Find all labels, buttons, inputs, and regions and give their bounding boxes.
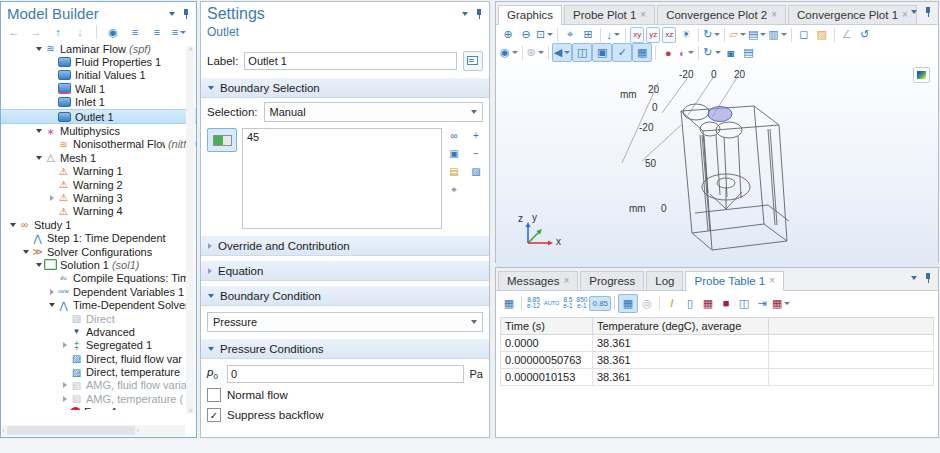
color-palette-button[interactable]: ◐	[677, 44, 695, 61]
view-frame-2-button[interactable]: ▣	[592, 43, 612, 62]
collapse-all-button[interactable]: ≡	[126, 24, 144, 41]
suppress-backflow-checkbox[interactable]: ✓	[207, 408, 221, 422]
scene-color-button[interactable]: ●	[659, 44, 677, 61]
close-icon[interactable]: ×	[771, 10, 777, 20]
view-check-button[interactable]: ✓	[612, 43, 632, 62]
tab-convergence-plot-1[interactable]: Convergence Plot 1×	[788, 5, 917, 24]
tab-convergence-plot-2[interactable]: Convergence Plot 2×	[657, 5, 786, 24]
close-icon[interactable]: ×	[769, 276, 775, 286]
print-button[interactable]: ▤	[740, 44, 758, 61]
view-grid-button[interactable]: ▦	[632, 43, 652, 62]
precision-0p85-button[interactable]: 0.85	[589, 296, 611, 311]
rename-button[interactable]	[463, 51, 483, 71]
tree-item-segregated-1[interactable]: ‡Segregated 1	[1, 339, 196, 352]
zoom-out-button[interactable]: ⊖	[517, 26, 535, 43]
add-to-selection-icon[interactable]: +	[469, 129, 483, 142]
activate-selection-icon[interactable]: ▨	[469, 165, 483, 178]
panel-menu-icon[interactable]	[911, 10, 917, 14]
plot-color-button[interactable]: ■	[717, 295, 735, 312]
precision-8p5e-1-button[interactable]: 8.5 e-1	[561, 297, 574, 310]
show-options-button[interactable]: ◉	[104, 24, 122, 41]
tree-item-amg-fluid-flow[interactable]: ▧AMG, fluid flow varia	[1, 379, 196, 392]
pressure-conditions-section-header[interactable]: Pressure Conditions	[201, 338, 489, 359]
snapshot-camera-button[interactable]: ◙	[722, 44, 740, 61]
create-selection-icon[interactable]: ∞	[447, 129, 461, 142]
zoom-extents-button[interactable]: ⊞	[579, 26, 597, 43]
pin-icon[interactable]	[475, 8, 483, 19]
view-frame-button[interactable]: ◫	[572, 43, 592, 62]
boundary-selection-section-header[interactable]: Boundary Selection	[201, 77, 489, 98]
precision-8p85e-12-button[interactable]: 8.85 e-12	[525, 297, 542, 310]
boundary-condition-section-header[interactable]: Boundary Condition	[201, 285, 489, 306]
go-to-default-view-button[interactable]: ⌖	[561, 26, 579, 43]
label-input[interactable]	[244, 52, 457, 70]
boundary-condition-dropdown[interactable]: Pressure	[207, 312, 483, 332]
tree-item-solution-1[interactable]: Solution 1(sol1)	[1, 258, 196, 271]
tree-item-fluid-properties[interactable]: Fluid Properties 1	[1, 55, 196, 68]
tree-item-multiphysics[interactable]: ∗Multiphysics	[1, 124, 196, 137]
tree-item-warning-1[interactable]: ⚠Warning 1	[1, 165, 196, 178]
tree-item-time-dependent-solver[interactable]: ⋀Time-Dependent Solver	[1, 298, 196, 311]
equation-section-header[interactable]: Equation	[201, 260, 489, 281]
tree-horizontal-scrollbar[interactable]: ‹›	[2, 425, 185, 436]
normal-flow-checkbox[interactable]	[207, 388, 221, 402]
column-header-time[interactable]: Time (s)	[501, 318, 593, 335]
boundary-selection-list[interactable]: 45	[242, 128, 442, 229]
tree-item-dependent-variables[interactable]: uvwDependent Variables 1	[1, 285, 196, 298]
graphics-canvas[interactable]: -20 0 20 mm 20 0 -20 50 mm 0	[496, 63, 938, 267]
sync-button[interactable]: ↻	[702, 44, 721, 61]
paste-selection-icon[interactable]: ▤	[447, 165, 461, 178]
auto-precision-button[interactable]: AUTO	[542, 300, 561, 307]
tree-item-warning-4[interactable]: ⚠Warning 4	[1, 205, 196, 218]
export-table-button[interactable]: ⇥	[753, 295, 771, 312]
panel-menu-icon[interactable]	[911, 276, 917, 280]
tree-item-warning-2[interactable]: ⚠Warning 2	[1, 178, 196, 191]
image-snapshot-button[interactable]: ▤	[747, 26, 767, 43]
pin-icon[interactable]	[182, 8, 190, 19]
panel-menu-icon[interactable]	[462, 12, 468, 16]
tree-item-outlet[interactable]: Outlet 1	[1, 109, 196, 124]
tree-item-wall[interactable]: Wall 1	[1, 82, 196, 95]
pin-icon[interactable]	[924, 272, 932, 283]
tree-item-direct-fluid-flow[interactable]: ▨Direct, fluid flow var	[1, 352, 196, 365]
animation-button[interactable]: ▥	[767, 26, 787, 43]
close-icon[interactable]: ×	[563, 276, 569, 286]
tree-item-initial-values[interactable]: Initial Values 1	[1, 69, 196, 82]
tab-probe-plot-1[interactable]: Probe Plot 1×	[564, 5, 655, 24]
tree-item-direct-temperature[interactable]: ▨Direct, temperature	[1, 365, 196, 378]
panel-menu-icon[interactable]	[169, 12, 175, 16]
tree-item-laminar-flow[interactable]: ≋Laminar Flow(spf)	[1, 42, 196, 55]
close-icon[interactable]: ×	[902, 10, 908, 20]
select-box-button[interactable]: ◻	[795, 26, 813, 43]
selected-boundary-45[interactable]	[708, 107, 732, 122]
copy-selection-icon[interactable]: ▣	[447, 147, 461, 160]
select-paint-button[interactable]: ▨	[813, 26, 831, 43]
pin-icon[interactable]	[924, 6, 932, 17]
selection-dropdown[interactable]: Manual	[264, 102, 483, 122]
zoom-to-selection-icon[interactable]: ⌖	[447, 183, 461, 196]
locale-globe-button[interactable]: ◎	[638, 295, 656, 312]
tab-messages[interactable]: Messages×	[498, 271, 578, 290]
view-direction-button[interactable]: ↓	[604, 26, 622, 43]
tree-vertical-scrollbar[interactable]: ˄˅	[186, 46, 195, 414]
rotate-view-button[interactable]: ↻	[702, 26, 721, 43]
remove-from-selection-icon[interactable]: −	[469, 147, 483, 160]
plot-table-button[interactable]: ▦	[699, 295, 717, 312]
scene-light-button[interactable]: ☀	[677, 26, 695, 43]
active-selection-toggle-button[interactable]	[207, 128, 237, 152]
tab-probe-table-1[interactable]: Probe Table 1×	[685, 271, 784, 291]
tab-progress[interactable]: Progress	[580, 271, 644, 290]
table-row[interactable]: 0.000001015338.361	[501, 369, 934, 386]
column-header-temperature[interactable]: Temperature (degC), average	[593, 318, 769, 335]
table-format-button[interactable]: ▦	[500, 295, 518, 312]
forward-button[interactable]: →	[27, 24, 45, 41]
tree-item-amg-temperature[interactable]: ▧AMG, temperature (	[1, 392, 196, 405]
override-section-header[interactable]: Override and Contribution	[201, 235, 489, 256]
copy-table-button[interactable]: ◫	[735, 295, 753, 312]
xz-view-button[interactable]: xz	[662, 27, 676, 43]
tree-item-error-1[interactable]: ✕Error 1	[1, 406, 196, 410]
precision-850e-1-button[interactable]: 850 e-1	[575, 297, 590, 310]
tree-item-warning-3[interactable]: ⚠Warning 3	[1, 191, 196, 204]
scene-light-toggle-button[interactable]: ◀	[552, 43, 572, 62]
orbit-rotate-button[interactable]: ↺	[856, 26, 874, 43]
